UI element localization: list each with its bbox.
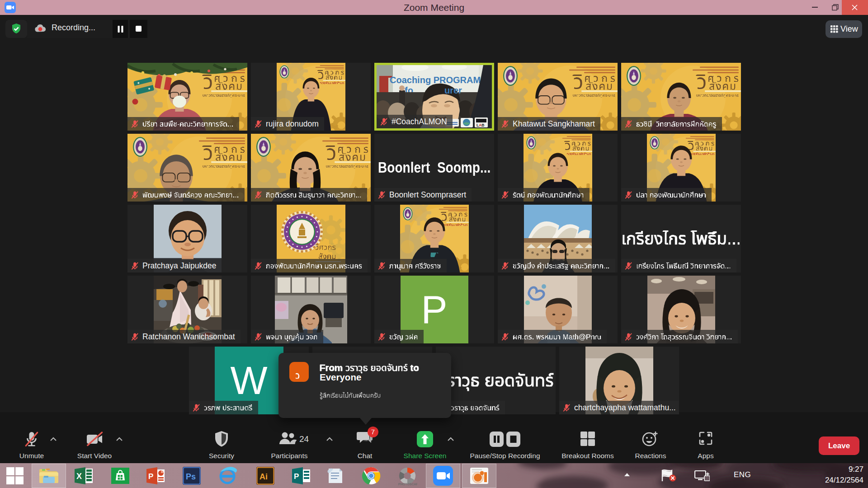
svg-text:P: P xyxy=(148,472,153,481)
svg-text:urer: urer xyxy=(444,85,462,95)
svg-text:P: P xyxy=(294,472,299,481)
svg-text:PHOTOSCAPE: PHOTOSCAPE xyxy=(398,483,417,486)
svg-text:Ps: Ps xyxy=(186,472,196,481)
svg-text:Ai: Ai xyxy=(259,472,268,481)
svg-text:X: X xyxy=(76,472,82,481)
svg-text:Coaching PROGRAM: Coaching PROGRAM xyxy=(390,75,481,85)
svg-text:LAB: LAB xyxy=(476,123,484,127)
